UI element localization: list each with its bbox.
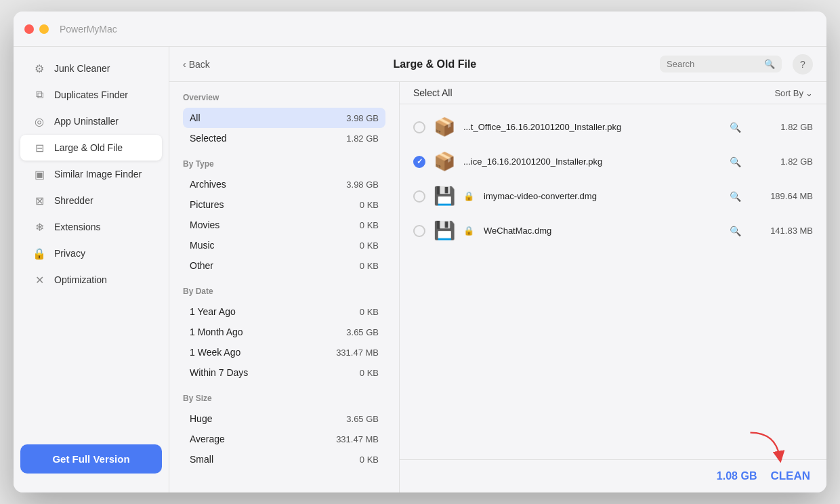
file-icon-0: 📦	[434, 117, 455, 138]
sidebar-item-privacy[interactable]: 🔒 Privacy	[20, 240, 162, 266]
sidebar-label-large-old-file: Large & Old File	[54, 142, 123, 153]
sidebar-item-junk-cleaner[interactable]: ⚙ Junk Cleaner	[20, 56, 162, 81]
sidebar-label-privacy: Privacy	[54, 248, 85, 259]
stats-value: 0 KB	[360, 220, 379, 230]
bytype-rows-row-4[interactable]: Other 0 KB	[183, 255, 385, 276]
close-button[interactable]	[24, 24, 34, 34]
file-name-3: WeChatMac.dmg	[484, 226, 721, 236]
file-size-1: 1.82 GB	[752, 156, 813, 167]
sidebar-icon-large-old-file: ⊟	[33, 141, 46, 154]
search-icon: 🔍	[764, 59, 775, 69]
sidebar-item-similar-image-finder[interactable]: ▣ Similar Image Finder	[20, 161, 162, 187]
file-lock-icon-2: 🔒	[463, 191, 474, 201]
total-size: 1.08 GB	[717, 470, 757, 482]
file-checkbox-3[interactable]	[413, 225, 425, 237]
bytype-rows-row-2[interactable]: Movies 0 KB	[183, 215, 385, 235]
stats-label: Pictures	[190, 199, 224, 210]
stats-value: 0 KB	[360, 455, 379, 465]
topbar: ‹ Back Large & Old File 🔍 ?	[169, 47, 826, 82]
overview-rows-row-0[interactable]: All 3.98 GB	[183, 108, 385, 128]
file-checkbox-0[interactable]	[413, 121, 425, 133]
bydate-rows-row-1[interactable]: 1 Month Ago 3.65 GB	[183, 322, 385, 342]
file-size-2: 189.64 MB	[752, 191, 813, 201]
stats-value: 331.47 MB	[336, 434, 379, 444]
stats-label: Within 7 Days	[190, 367, 248, 378]
sidebar-icon-extensions: ❄	[33, 220, 46, 234]
bydate-rows-row-0[interactable]: 1 Year Ago 0 KB	[183, 301, 385, 322]
bytype-rows: Archives 3.98 GB Pictures 0 KB Movies 0 …	[183, 174, 385, 276]
bydate-title: By Date	[183, 287, 385, 296]
overview-rows-row-1[interactable]: Selected 1.82 GB	[183, 128, 385, 148]
stats-value: 0 KB	[360, 261, 379, 271]
file-search-icon-0[interactable]: 🔍	[730, 122, 741, 133]
sidebar-item-app-uninstaller[interactable]: ◎ App Uninstaller	[20, 108, 162, 134]
sidebar-item-large-old-file[interactable]: ⊟ Large & Old File	[20, 135, 162, 161]
file-row-1[interactable]: 📦...ice_16.16.20101200_Installer.pkg🔍1.8…	[400, 144, 826, 179]
bydate-rows-row-2[interactable]: 1 Week Ago 331.47 MB	[183, 342, 385, 362]
sidebar-label-duplicates-finder: Duplicates Finder	[54, 89, 128, 100]
sidebar-item-shredder[interactable]: ⊠ Shredder	[20, 188, 162, 213]
file-search-icon-1[interactable]: 🔍	[730, 156, 741, 167]
stats-label: All	[190, 112, 201, 123]
bysize-rows-row-1[interactable]: Average 331.47 MB	[183, 429, 385, 449]
app-name: PowerMyMac	[60, 24, 117, 35]
files-header: Select All Sort By ⌄	[400, 82, 826, 104]
bydate-rows-row-3[interactable]: Within 7 Days 0 KB	[183, 362, 385, 383]
file-row-3[interactable]: 💾🔒WeChatMac.dmg🔍141.83 MB	[400, 213, 826, 248]
sidebar-icon-shredder: ⊠	[33, 194, 46, 207]
stats-value: 0 KB	[360, 240, 379, 251]
sidebar-item-optimization[interactable]: ✕ Optimization	[20, 267, 162, 293]
file-checkbox-1[interactable]	[413, 156, 425, 168]
full-version-button[interactable]: Get Full Version	[20, 444, 162, 474]
file-checkbox-2[interactable]	[413, 190, 425, 203]
panels: Overview All 3.98 GB Selected 1.82 GB By…	[169, 82, 826, 492]
sidebar-label-shredder: Shredder	[54, 195, 93, 206]
file-icon-1: 📦	[434, 151, 455, 172]
stats-label: Music	[190, 240, 215, 251]
sort-by[interactable]: Sort By ⌄	[774, 88, 813, 98]
sidebar-icon-privacy: 🔒	[33, 247, 46, 260]
stats-label: Average	[190, 434, 225, 444]
search-bar: 🔍	[660, 56, 782, 72]
bytype-rows-row-3[interactable]: Music 0 KB	[183, 235, 385, 255]
main-area: ‹ Back Large & Old File 🔍 ? Overview All…	[169, 47, 826, 492]
sidebar-item-extensions[interactable]: ❄ Extensions	[20, 214, 162, 240]
section-title: Large & Old File	[221, 58, 649, 70]
file-icon-2: 💾	[434, 186, 455, 207]
back-button[interactable]: ‹ Back	[183, 59, 210, 70]
search-input[interactable]	[667, 59, 760, 69]
stats-label: Small	[190, 454, 213, 465]
sidebar-item-duplicates-finder[interactable]: ⧉ Duplicates Finder	[20, 82, 162, 108]
minimize-button[interactable]	[39, 24, 49, 34]
file-name-1: ...ice_16.16.20101200_Installer.pkg	[463, 156, 721, 167]
stats-value: 0 KB	[360, 368, 379, 378]
sidebar-icon-app-uninstaller: ◎	[33, 114, 46, 128]
stats-value: 3.98 GB	[346, 180, 379, 190]
stats-label: Archives	[190, 179, 226, 190]
stats-value: 331.47 MB	[336, 348, 379, 358]
stats-value: 3.65 GB	[346, 414, 379, 424]
stats-value: 3.98 GB	[346, 113, 379, 123]
bysize-rows: Huge 3.65 GB Average 331.47 MB Small 0 K…	[183, 408, 385, 469]
bytype-rows-row-0[interactable]: Archives 3.98 GB	[183, 174, 385, 194]
stats-label: 1 Week Ago	[190, 347, 240, 358]
sidebar-label-extensions: Extensions	[54, 222, 100, 232]
content-area: ⚙ Junk Cleaner ⧉ Duplicates Finder ◎ App…	[14, 47, 826, 492]
file-row-0[interactable]: 📦...t_Office_16.16.20101200_Installer.pk…	[400, 110, 826, 144]
bysize-rows-row-2[interactable]: Small 0 KB	[183, 449, 385, 469]
file-search-icon-2[interactable]: 🔍	[730, 191, 741, 202]
help-button[interactable]: ?	[793, 54, 813, 75]
stats-value: 3.65 GB	[346, 327, 379, 337]
file-search-icon-3[interactable]: 🔍	[730, 226, 741, 236]
bysize-rows-row-0[interactable]: Huge 3.65 GB	[183, 408, 385, 429]
clean-button[interactable]: CLEAN	[770, 469, 810, 483]
file-row-2[interactable]: 💾🔒imymac-video-converter.dmg🔍189.64 MB	[400, 179, 826, 213]
stats-label: Other	[190, 260, 213, 271]
bytype-rows-row-1[interactable]: Pictures 0 KB	[183, 194, 385, 215]
sidebar-icon-similar-image-finder: ▣	[33, 167, 46, 181]
sidebar-nav: ⚙ Junk Cleaner ⧉ Duplicates Finder ◎ App…	[14, 55, 169, 293]
file-size-3: 141.83 MB	[752, 226, 813, 236]
sidebar-icon-duplicates-finder: ⧉	[33, 88, 46, 102]
stats-label: 1 Month Ago	[190, 327, 243, 337]
select-all-label[interactable]: Select All	[413, 87, 774, 98]
